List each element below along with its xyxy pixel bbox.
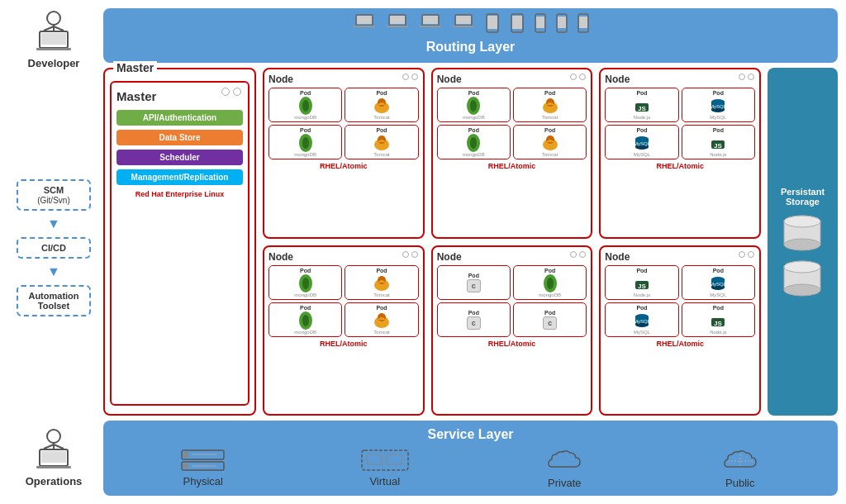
pod-6-2: Pod MySQL MySQL — [682, 265, 755, 300]
svg-rect-100 — [183, 452, 188, 458]
svg-rect-19 — [387, 26, 408, 27]
svg-rect-27 — [487, 16, 497, 29]
master-section: Master Master API/Authentication Data St… — [103, 68, 256, 416]
operations-label: Operations — [26, 475, 83, 487]
comp-scheduler: Scheduler — [116, 150, 243, 165]
service-layer: Service Layer Physical — [103, 421, 838, 496]
pod-1-1: Pod mongoDB — [269, 88, 342, 122]
svg-point-70 — [302, 278, 309, 289]
diagram-container: Developer SCM (Git/Svn) ▼ CI/CD ▼ Automa… — [0, 0, 846, 504]
svg-point-74 — [302, 315, 309, 326]
laptop-icon-2 — [386, 13, 409, 36]
node-3-circles — [739, 74, 754, 80]
svg-text:JS: JS — [638, 283, 646, 290]
pod-3-3: Pod MySQL MySQL — [605, 125, 678, 159]
cicd-tool: CI/CD — [17, 237, 91, 259]
svg-rect-103 — [183, 464, 188, 468]
pod-6-4: Pod JS Node.js — [682, 302, 755, 337]
tablet-icon-1 — [485, 13, 500, 36]
node-6-title: Node — [605, 251, 755, 263]
svg-point-31 — [516, 30, 518, 31]
svg-line-12 — [44, 445, 54, 449]
svg-point-42 — [302, 100, 309, 112]
svg-point-98 — [784, 261, 820, 273]
node-6-pods: Pod JS Node.js Pod MySQL MySQL Pod MySQL — [605, 265, 755, 337]
laptop-icon-1 — [353, 13, 376, 36]
pod-3-1: Pod JS Node.js — [605, 88, 678, 122]
svg-point-54 — [470, 137, 477, 149]
node-5-footer: RHEL/Atomic — [437, 340, 587, 348]
svg-rect-21 — [423, 16, 438, 24]
node-4-footer: RHEL/Atomic — [269, 340, 419, 348]
node-3-footer: RHEL/Atomic — [605, 162, 755, 170]
master-outer: Master Master API/Authentication Data St… — [103, 68, 256, 416]
pod-1-3: Pod mongoDB — [269, 125, 342, 159]
developer-icon — [33, 8, 74, 54]
physical-label: Physical — [183, 475, 223, 487]
pod-5-4: Pod c — [513, 302, 587, 337]
svg-point-97 — [784, 284, 820, 296]
svg-text:MySQL: MySQL — [710, 282, 727, 287]
pod-4-2: Pod Tomcat — [345, 265, 418, 300]
phone-icon-1 — [535, 13, 546, 36]
master-inner: Master API/Authentication Data Store Sch… — [110, 81, 250, 406]
svg-point-37 — [561, 30, 563, 31]
storage-title: Persistant Storage — [772, 187, 834, 207]
svg-rect-36 — [558, 17, 566, 28]
svg-point-46 — [302, 137, 309, 149]
svg-point-40 — [582, 30, 584, 31]
svg-text:MySQL: MySQL — [634, 141, 651, 146]
svg-text:JS: JS — [714, 142, 722, 150]
node-1-circles — [402, 74, 418, 80]
svg-point-50 — [470, 100, 477, 112]
svg-point-10 — [47, 430, 60, 443]
svg-rect-33 — [536, 17, 544, 28]
service-private: Private — [544, 447, 585, 489]
automation-tool: Automation Toolset — [17, 285, 91, 316]
svg-point-28 — [492, 30, 493, 31]
pod-6-3: Pod MySQL MySQL — [605, 302, 678, 337]
node-card-6: Node Pod JS Node.js Pod MySQL — [599, 245, 761, 416]
svg-point-3 — [47, 12, 60, 25]
svg-rect-30 — [512, 16, 522, 29]
node-card-2: Node Pod mongoDB Pod — [431, 68, 593, 239]
pod-4-4: Pod Tomcat — [345, 302, 418, 337]
phone-icon-3 — [577, 13, 589, 36]
svg-rect-25 — [453, 26, 474, 27]
node-4-circles — [402, 251, 418, 258]
comp-api: API/Authentication — [116, 110, 243, 126]
master-inner-circles — [221, 88, 241, 96]
node-4-title: Node — [269, 251, 419, 263]
pod-2-4: Pod Tomcat — [513, 125, 587, 159]
svg-point-94 — [784, 216, 820, 227]
node-6-footer: RHEL/Atomic — [605, 340, 755, 348]
physical-icon — [180, 449, 226, 472]
svg-point-93 — [784, 239, 820, 250]
node-5-title: Node — [437, 251, 587, 263]
service-virtual: Virtual — [360, 449, 410, 487]
node-card-1: Node Pod mongoDB Pod — [263, 68, 425, 239]
comp-datastore: Data Store — [116, 130, 243, 145]
node-1-footer: RHEL/Atomic — [269, 162, 419, 170]
node-card-3: Node Pod JS Node.js Pod MySQL — [599, 68, 761, 239]
tools-section: SCM (Git/Svn) ▼ CI/CD ▼ Automation Tools… — [17, 69, 91, 426]
private-cloud-icon — [544, 447, 585, 473]
node-card-4: Node Pod mongoDB Pod — [263, 245, 425, 416]
node-2-footer: RHEL/Atomic — [437, 162, 587, 170]
tablet-icon-2 — [510, 13, 525, 36]
laptop-icon-4 — [452, 13, 475, 36]
node-4-pods: Pod mongoDB Pod Tomcat Pod mongoD — [269, 265, 419, 337]
svg-text:JS: JS — [714, 320, 722, 327]
pod-5-3: Pod c — [437, 302, 511, 337]
svg-rect-107 — [387, 454, 402, 464]
virtual-label: Virtual — [369, 475, 400, 487]
master-outer-title: Master — [113, 61, 157, 74]
public-cloud-icon — [720, 447, 761, 473]
svg-rect-16 — [354, 26, 375, 27]
node-1-pods: Pod mongoDB Pod Tomcat Pod mongoD — [269, 88, 419, 159]
svg-rect-18 — [390, 16, 405, 24]
pod-4-1: Pod mongoDB — [269, 265, 342, 300]
routing-layer-title: Routing Layer — [113, 40, 828, 55]
node-2-title: Node — [437, 74, 587, 85]
svg-rect-22 — [420, 26, 441, 27]
